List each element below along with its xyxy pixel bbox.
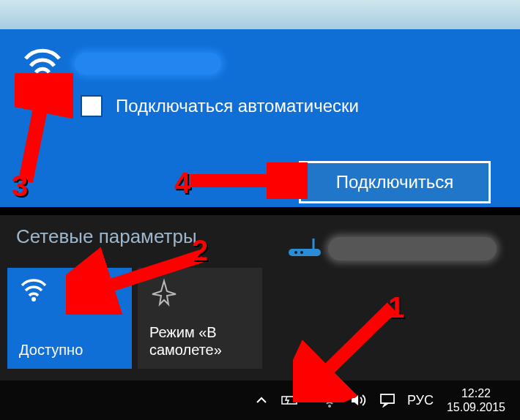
quick-tiles-row: Доступно Режим «В самолете» [7, 268, 262, 369]
router-name-hidden [328, 237, 497, 260]
connect-button-label: Подключиться [336, 172, 454, 192]
svg-point-0 [40, 75, 45, 80]
router-icon [287, 237, 322, 259]
svg-point-2 [294, 251, 297, 254]
airplane-icon [149, 278, 250, 307]
annotation-number-4: 4 [174, 167, 190, 200]
action-center-icon [379, 393, 395, 408]
screenshot-root: Подключаться автоматически Подключиться … [0, 0, 520, 420]
auto-connect-label: Подключаться автоматически [116, 96, 359, 116]
tray-language-button[interactable]: РУС [401, 380, 439, 420]
wifi-flyout-top: Подключаться автоматически Подключиться [0, 0, 520, 207]
tray-overflow-button[interactable] [249, 380, 274, 420]
svg-point-8 [328, 405, 331, 408]
annotation-number-2: 2 [192, 234, 208, 267]
wifi-ssid-hidden [75, 53, 221, 75]
annotation-number-1: 1 [388, 291, 404, 324]
tile-airplane-label: Режим «В самолете» [149, 323, 250, 359]
svg-rect-9 [381, 394, 394, 403]
battery-charging-icon [280, 394, 300, 407]
svg-rect-6 [282, 397, 297, 404]
tray-action-center-button[interactable] [374, 380, 401, 420]
network-settings-panel: Сетевые параметры Дос [0, 215, 520, 380]
tray-clock[interactable]: 12:22 15.09.2015 [439, 380, 513, 420]
tile-wifi[interactable]: Доступно [7, 268, 132, 369]
network-settings-title: Сетевые параметры [16, 225, 197, 248]
tray-battery-button[interactable] [274, 380, 306, 420]
wifi-network-entry[interactable]: Подключаться автоматически Подключиться [7, 32, 513, 200]
svg-rect-1 [289, 249, 321, 256]
auto-connect-row: Подключаться автоматически [81, 95, 359, 117]
taskbar: * РУС 12:22 15.09.2 [0, 380, 520, 420]
tray-network-button[interactable]: * [306, 380, 344, 420]
svg-point-3 [300, 251, 303, 254]
svg-rect-7 [297, 399, 299, 402]
tray-time: 12:22 [461, 386, 491, 400]
wifi-icon [19, 278, 120, 307]
chevron-up-icon [255, 394, 268, 407]
connect-button[interactable]: Подключиться [299, 161, 491, 203]
tile-wifi-label: Доступно [19, 341, 120, 359]
tray-volume-button[interactable] [344, 380, 374, 420]
annotation-number-3: 3 [12, 170, 28, 203]
svg-point-5 [31, 297, 36, 301]
wifi-icon [321, 393, 338, 408]
tray-date: 15.09.2015 [447, 400, 505, 414]
tray-language-label: РУС [407, 393, 434, 408]
auto-connect-checkbox[interactable] [81, 95, 103, 117]
tile-airplane-mode[interactable]: Режим «В самолете» [138, 268, 262, 369]
wifi-signal-icon [22, 48, 63, 80]
speaker-icon [350, 393, 368, 408]
desktop-strip [0, 0, 520, 29]
